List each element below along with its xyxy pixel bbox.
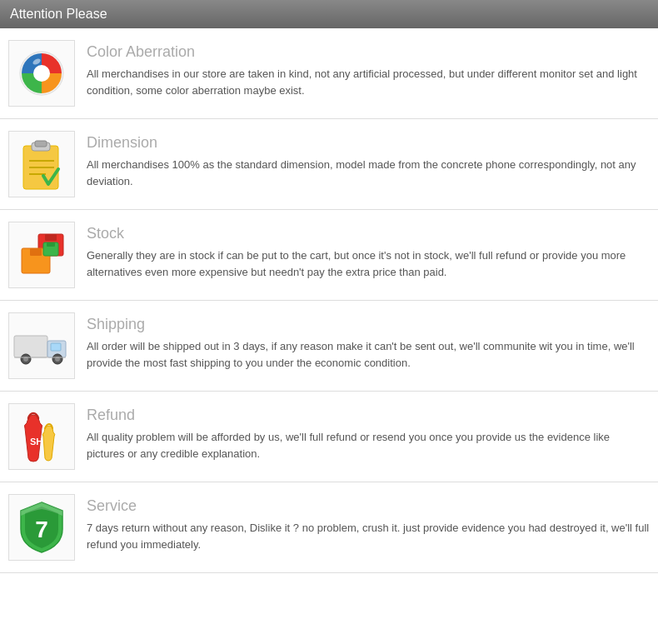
item-row-service: 7 Service 7 days return without any reas… <box>0 482 658 573</box>
svg-rect-12 <box>30 248 42 256</box>
svg-text:7: 7 <box>35 517 48 542</box>
color-aberration-icon <box>8 40 75 107</box>
shipping-title: Shipping <box>87 316 650 333</box>
item-row-color-aberration: Color Aberration All merchandises in our… <box>0 28 658 119</box>
service-icon: 7 <box>8 494 75 561</box>
item-row-stock: Stock Generally they are in stock if can… <box>0 210 658 301</box>
service-desc: 7 days return without any reason, Dislik… <box>87 520 650 552</box>
shipping-icon <box>8 312 75 379</box>
dimension-title: Dimension <box>87 134 650 152</box>
color-aberration-title: Color Aberration <box>87 43 650 61</box>
stock-desc: Generally they are in stock if can be pu… <box>87 247 650 280</box>
shipping-content: Shipping All order will be shipped out i… <box>87 312 650 371</box>
item-row-shipping: Shipping All order will be shipped out i… <box>0 301 658 392</box>
refund-icon: SHOP <box>8 403 75 470</box>
stock-icon <box>8 222 75 288</box>
stock-title: Stock <box>87 225 650 242</box>
service-title: Service <box>87 497 650 515</box>
item-row-refund: SHOP Refund All quality problem will be … <box>0 392 658 482</box>
svg-rect-17 <box>51 343 61 351</box>
dimension-desc: All merchandises 100% as the standard di… <box>87 157 650 189</box>
dimension-icon <box>8 131 75 197</box>
refund-content: Refund All quality problem will be affor… <box>87 403 650 462</box>
page-title: Attention Please <box>10 7 107 22</box>
svg-rect-10 <box>45 234 57 241</box>
shipping-desc: All order will be shipped out in 3 days,… <box>87 338 650 371</box>
service-content: Service 7 days return without any reason… <box>87 494 650 552</box>
svg-rect-15 <box>14 336 47 357</box>
svg-point-1 <box>33 65 50 82</box>
item-row-dimension: Dimension All merchandises 100% as the s… <box>0 119 658 210</box>
stock-content: Stock Generally they are in stock if can… <box>87 222 650 280</box>
dimension-content: Dimension All merchandises 100% as the s… <box>87 131 650 189</box>
svg-rect-14 <box>47 242 55 247</box>
refund-desc: All quality problem will be afforded by … <box>87 429 650 462</box>
color-aberration-desc: All merchandises in our store are taken … <box>87 66 650 98</box>
svg-rect-5 <box>35 141 47 147</box>
page-header: Attention Please <box>0 0 658 28</box>
refund-title: Refund <box>87 407 650 424</box>
color-aberration-content: Color Aberration All merchandises in our… <box>87 40 650 98</box>
